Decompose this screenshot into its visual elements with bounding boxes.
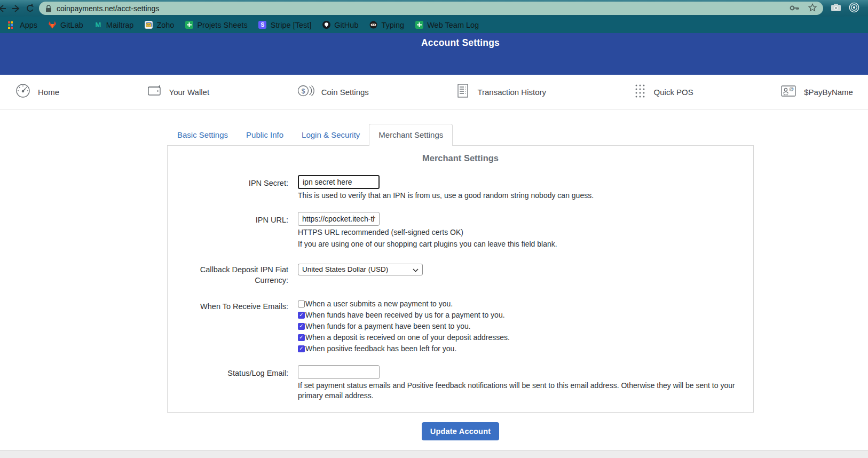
bookmark-label: GitLab [60, 21, 83, 29]
checkbox[interactable]: ✓ [298, 312, 305, 319]
bookmark-label: Web Team Log [427, 21, 479, 29]
checkbox[interactable]: ✓ [298, 345, 305, 352]
email-option-label: When a user submits a new payment to you… [305, 299, 453, 308]
apps-grid-icon [7, 21, 16, 29]
tab-login-security[interactable]: Login & Security [293, 124, 369, 145]
ipn-url-help-1: HTTPS URL recommended (self-signed certs… [298, 227, 738, 238]
nav-item-label: $PayByName [804, 88, 853, 97]
bookmark-label: Stripe [Test] [271, 21, 312, 29]
bookmark-item[interactable]: Apps [3, 19, 42, 31]
back-button[interactable] [0, 2, 9, 15]
ipn-url-input[interactable] [298, 212, 380, 226]
emails-label: When To Receive Emails: [175, 298, 288, 354]
email-options-list: When a user submits a new payment to you… [298, 298, 746, 354]
currency-select[interactable]: United States Dollar (USD) [298, 264, 423, 275]
email-option[interactable]: ✓ When funds have been received by us fo… [298, 310, 738, 321]
site-header: Account Settings [0, 33, 868, 75]
main-content: Basic SettingsPublic InfoLogin & Securit… [167, 124, 754, 440]
svg-text:$: $ [301, 88, 305, 95]
bookmark-item[interactable]: M Mailtrap [90, 19, 138, 31]
id-card-icon: @ [780, 83, 797, 101]
email-option-label: When positive feedback has been left for… [305, 344, 456, 353]
email-option-label: When funds for a payment have been sent … [305, 322, 471, 330]
email-option[interactable]: ✓ When a deposit is received on one of y… [298, 332, 738, 343]
nav-item--paybyname[interactable]: @ $PayByName [780, 83, 853, 101]
bookmarks-bar: Apps GitLab M Mailtrap Zoho Projets Shee… [0, 17, 868, 33]
chevron-down-icon [413, 265, 419, 274]
bookmark-label: Typing [381, 21, 404, 29]
nav-item-label: Transaction History [477, 88, 546, 97]
bookmark-item[interactable]: Web Team Log [411, 19, 483, 31]
nav-item-transaction-history[interactable]: Transaction History [455, 83, 546, 101]
browser-toolbar: coinpayments.net/acct-settings [0, 0, 868, 17]
ipn-secret-input[interactable] [298, 175, 380, 189]
email-option[interactable]: When a user submits a new payment to you… [298, 298, 738, 310]
settings-tabs: Basic SettingsPublic InfoLogin & Securit… [167, 124, 754, 145]
status-email-row: Status/Log Email: If set payment status … [175, 365, 746, 401]
bookmark-item[interactable]: Typing [365, 19, 408, 31]
ipn-secret-help: This is used to verify that an IPN is fr… [298, 191, 738, 201]
nav-item-quick-pos[interactable]: Quick POS [633, 83, 693, 101]
nav-item-home[interactable]: Home [15, 83, 59, 101]
site-nav: Home Your Wallet $ Coin Settings Transac… [0, 75, 868, 109]
reload-button[interactable] [23, 2, 37, 15]
record-menu-icon[interactable] [849, 2, 859, 15]
checkbox[interactable]: ✓ [298, 323, 305, 330]
bookmark-item[interactable]: Zoho [140, 19, 178, 31]
nav-item-label: Coin Settings [321, 88, 369, 97]
email-option-label: When a deposit is received on one of you… [305, 333, 510, 342]
bookmark-label: Mailtrap [106, 21, 134, 29]
status-email-label: Status/Log Email: [175, 365, 288, 401]
bookmark-label: Zoho [156, 21, 174, 29]
password-key-icon[interactable] [790, 4, 800, 13]
ipn-secret-label: IPN Secret: [175, 175, 288, 201]
email-option[interactable]: ✓ When positive feedback has been left f… [298, 343, 738, 354]
nav-item-coin-settings[interactable]: $ Coin Settings [296, 83, 369, 101]
svg-text:@: @ [789, 86, 794, 92]
github-octocat-icon [322, 21, 330, 29]
forward-button[interactable] [9, 2, 23, 15]
tab-basic-settings[interactable]: Basic Settings [168, 124, 237, 145]
bookmark-item[interactable]: Projets Sheets [180, 19, 251, 31]
camera-extension-icon[interactable] [831, 3, 841, 14]
mailtrap-m-icon: M [94, 21, 102, 29]
page-footer [0, 450, 868, 458]
zoho-envelope-icon [144, 21, 153, 29]
address-bar[interactable]: coinpayments.net/acct-settings [39, 2, 823, 15]
page-title: Account Settings [167, 33, 754, 49]
ipn-url-row: IPN URL: HTTPS URL recommended (self-sig… [175, 212, 746, 250]
tab-merchant-settings[interactable]: Merchant Settings [369, 124, 453, 146]
bookmark-item[interactable]: GitHub [318, 19, 362, 31]
bookmark-label: GitHub [334, 21, 358, 29]
nav-item-your-wallet[interactable]: Your Wallet [146, 83, 210, 101]
sheets-green-icon [415, 21, 423, 29]
update-account-button[interactable]: Update Account [422, 422, 499, 440]
bookmark-item[interactable]: S Stripe [Test] [254, 19, 316, 31]
email-option[interactable]: ✓ When funds for a payment have been sen… [298, 321, 738, 332]
bookmark-item[interactable]: GitLab [44, 19, 88, 31]
coins-icon: $ [296, 83, 314, 101]
email-option-label: When funds have been received by us for … [305, 311, 505, 319]
checkbox[interactable] [298, 301, 305, 307]
lock-icon [45, 5, 52, 12]
bookmark-label: Projets Sheets [197, 21, 247, 29]
tab-public-info[interactable]: Public Info [237, 124, 293, 145]
ipn-url-label: IPN URL: [175, 212, 288, 250]
currency-row: Callback Deposit IPN Fiat Currency: Unit… [175, 262, 746, 286]
bookmark-star-icon[interactable] [808, 3, 817, 14]
panel-title: Merchant Settings [175, 153, 746, 163]
sheets-green-icon [185, 21, 193, 29]
typing-ninja-icon [369, 21, 377, 29]
currency-selected-value: United States Dollar (USD) [302, 265, 413, 273]
keypad-icon [633, 83, 647, 101]
ipn-secret-row: IPN Secret: This is used to verify that … [175, 175, 746, 201]
currency-label: Callback Deposit IPN Fiat Currency: [175, 262, 288, 286]
checkbox[interactable]: ✓ [298, 334, 305, 341]
ipn-url-help-2: If you are using one of our shopping car… [298, 239, 738, 250]
stripe-s-icon: S [258, 21, 267, 29]
status-email-help: If set payment status emails and Positiv… [298, 381, 738, 401]
form-actions: Update Account [167, 422, 754, 440]
status-email-input[interactable] [298, 365, 380, 379]
url-text[interactable]: coinpayments.net/acct-settings [57, 4, 790, 13]
merchant-settings-form: IPN Secret: This is used to verify that … [175, 175, 746, 401]
